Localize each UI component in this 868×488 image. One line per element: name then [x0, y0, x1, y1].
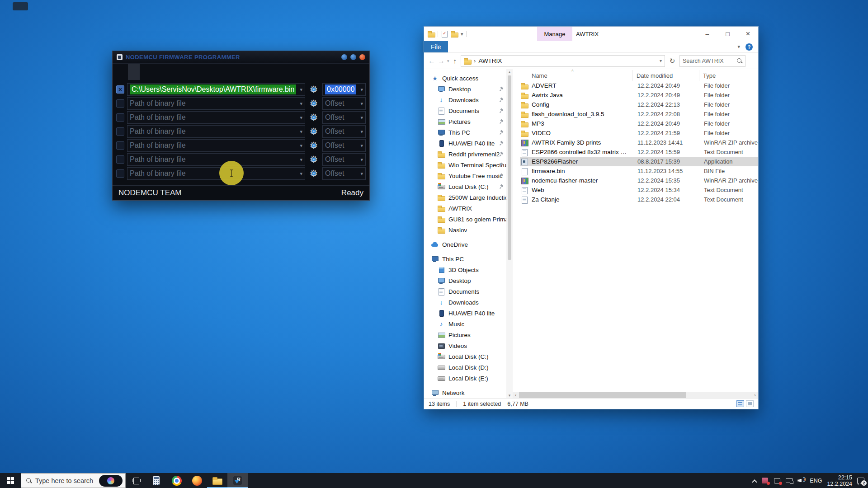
desktop-shortcut-icon[interactable] [13, 2, 28, 10]
minimize-button[interactable]: – [697, 27, 717, 41]
file-row[interactable]: Web 12.2.2024 15:34 Text Document [520, 185, 758, 195]
binary-path-combobox[interactable]: Path of binary file ▾ [127, 125, 305, 138]
enable-checkbox[interactable]: × [116, 155, 124, 164]
maximize-button[interactable]: □ [717, 27, 738, 41]
ribbon-collapse-icon[interactable]: ▾ [737, 44, 740, 50]
language-indicator[interactable]: ENG [810, 478, 822, 484]
sidebar-item[interactable]: Downloads [424, 94, 506, 105]
sidebar-item[interactable]: Pictures [424, 116, 506, 127]
flasher-tab[interactable] [116, 64, 128, 80]
offset-combobox[interactable]: Offset ▾ [322, 139, 366, 152]
gear-icon[interactable]: ⚙ [308, 112, 320, 123]
file-row[interactable]: Config 12.2.2024 22:13 File folder [520, 100, 758, 109]
clock[interactable]: 22:15 12.2.2024 [827, 474, 852, 487]
chevron-down-icon[interactable]: ▾ [298, 115, 302, 121]
up-button[interactable]: ↑ [453, 57, 457, 65]
scroll-down-icon[interactable]: ▾ [509, 393, 511, 398]
sidebar-item[interactable]: Desktop [424, 84, 506, 94]
ribbon-tab[interactable] [461, 41, 473, 52]
taskbar-chrome-icon[interactable] [166, 473, 187, 488]
offset-combobox[interactable]: 0x00000 ▾ [322, 83, 366, 96]
sidebar-item[interactable]: Documents [424, 105, 506, 116]
copilot-button[interactable] [99, 475, 123, 487]
details-view-button[interactable] [736, 400, 744, 407]
gear-icon[interactable]: ⚙ [308, 154, 320, 165]
tab-file[interactable]: File [424, 41, 448, 52]
enable-checkbox[interactable]: × [116, 99, 124, 108]
breadcrumb[interactable]: AWTRIX [478, 57, 502, 64]
column-header-date[interactable]: Date modified [633, 70, 699, 81]
flasher-close-button[interactable] [359, 54, 365, 60]
taskbar-search-box[interactable] [21, 473, 126, 488]
binary-path-combobox[interactable]: Path of binary file ▾ [127, 167, 305, 180]
file-row[interactable]: nodemcu-flasher-master 12.2.2024 15:35 W… [520, 176, 758, 185]
chevron-down-icon[interactable]: ▾ [359, 157, 363, 163]
sidebar-item[interactable]: Local Disk (C:) [424, 351, 506, 362]
volume-icon[interactable] [797, 478, 805, 483]
sidebar-item[interactable]: HUAWEI P40 lite [424, 138, 506, 149]
flasher-minimize-button[interactable] [341, 54, 347, 60]
sidebar-item[interactable]: Local Disk (C:) [424, 181, 506, 192]
offset-combobox[interactable]: Offset ▾ [322, 97, 366, 110]
help-button[interactable]: ? [745, 43, 753, 51]
folder-icon[interactable] [428, 30, 435, 38]
chevron-down-icon[interactable]: ▾ [298, 143, 302, 149]
offset-combobox[interactable]: Offset ▾ [322, 167, 366, 180]
sidebar-item[interactable]: Videos [424, 340, 506, 351]
taskbar-nodemcu-icon[interactable] [227, 473, 248, 488]
sidebar-item[interactable]: Local Disk (D:) [424, 362, 506, 373]
gear-icon[interactable]: ⚙ [308, 140, 320, 151]
chevron-down-icon[interactable]: ▾ [359, 129, 363, 135]
binary-path-combobox[interactable]: Path of binary file ▾ [127, 139, 305, 152]
gear-icon[interactable]: ⚙ [308, 126, 320, 137]
start-button[interactable] [0, 473, 21, 488]
sidebar-item[interactable]: 2500W Large Induction H [424, 192, 506, 203]
chevron-down-icon[interactable]: ▾ [298, 87, 302, 93]
offset-combobox[interactable]: Offset ▾ [322, 111, 366, 124]
explorer-titlebar[interactable]: ▾ Manage AWTRIX – □ × [424, 27, 758, 41]
sidebar-item[interactable]: Local Disk (E:) [424, 373, 506, 384]
chevron-down-icon[interactable]: ▾ [359, 143, 363, 149]
file-row[interactable]: ESP2866 controlled 8x32 matrix WS2812 L.… [520, 147, 758, 157]
file-row[interactable]: firmware.bin 11.12.2023 14:55 BIN File [520, 166, 758, 176]
binary-path-combobox[interactable]: Path of binary file ▾ [127, 97, 305, 110]
enable-checkbox[interactable]: × [116, 141, 124, 150]
sidebar-item[interactable]: OneDrive [424, 239, 506, 250]
address-dropdown-icon[interactable]: ▾ [660, 58, 662, 63]
file-row[interactable]: VIDEO 12.2.2024 21:59 File folder [520, 128, 758, 138]
binary-path-combobox[interactable]: Path of binary file ▾ [127, 111, 305, 124]
scroll-left-icon[interactable]: ‹ [513, 393, 519, 398]
sidebar-item[interactable]: Naslov [424, 225, 506, 235]
tray-expand-icon[interactable] [752, 479, 757, 484]
sidebar-item[interactable]: HUAWEI P40 lite [424, 308, 506, 319]
chevron-down-icon[interactable]: ▾ [359, 87, 363, 93]
horizontal-scrollbar[interactable]: ‹ › [513, 392, 758, 398]
gear-icon[interactable]: ⚙ [308, 98, 320, 109]
sidebar-item[interactable]: Documents [424, 286, 506, 297]
taskbar-search-input[interactable] [35, 477, 95, 484]
taskbar-calculator-icon[interactable] [146, 473, 166, 488]
sidebar-scrollbar[interactable]: ▴ ▾ [506, 69, 513, 398]
sidebar-item[interactable]: Youtube Free music [424, 170, 506, 181]
sidebar-item[interactable]: Downloads [424, 297, 506, 308]
search-box[interactable] [679, 55, 745, 67]
action-center-button[interactable]: 2 [857, 478, 864, 484]
recent-locations-icon[interactable]: ▾ [447, 59, 449, 63]
chevron-down-icon[interactable]: ▾ [359, 171, 363, 177]
file-row[interactable]: MP3 12.2.2024 20:49 File folder [520, 119, 758, 128]
gear-icon[interactable]: ⚙ [308, 168, 320, 179]
tray-app2-icon[interactable] [774, 478, 781, 484]
refresh-button[interactable]: ↻ [667, 55, 677, 67]
thumbnails-view-button[interactable] [746, 400, 754, 407]
flasher-tab[interactable] [163, 64, 175, 80]
flasher-tab[interactable] [128, 64, 140, 80]
column-header-name[interactable]: Name [520, 70, 633, 81]
flasher-tab[interactable] [140, 64, 151, 80]
taskbar-explorer-icon[interactable] [207, 473, 227, 488]
chevron-down-icon[interactable]: ▾ [298, 101, 302, 107]
ribbon-tab[interactable] [473, 41, 486, 52]
enable-checkbox[interactable]: × [116, 113, 124, 122]
scrollbar-thumb[interactable] [519, 392, 686, 398]
sidebar-item[interactable]: AWTRIX [424, 203, 506, 214]
network-icon[interactable] [786, 478, 793, 483]
